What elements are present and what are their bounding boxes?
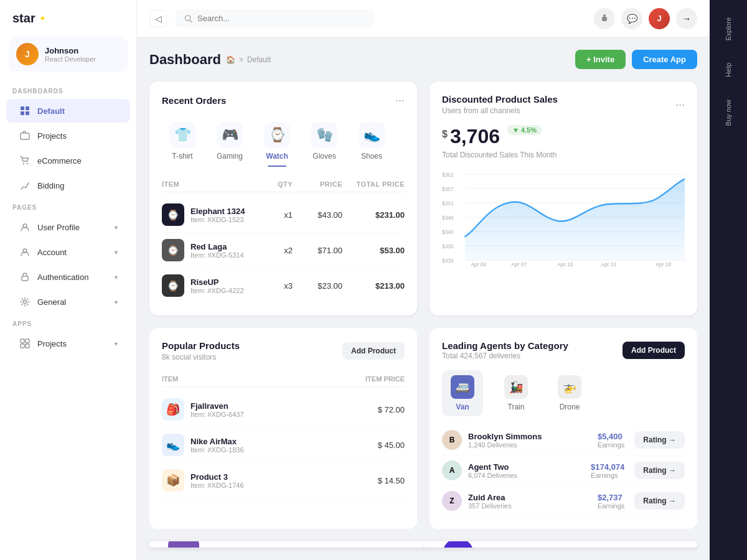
sidebar-item-general[interactable]: General ▾ [6,290,130,314]
product-name: Product 3 [190,472,244,482]
messages-icon[interactable]: 💬 [621,8,642,29]
order-info: Red Laga Item: #XDG-5314 [190,242,244,259]
agent-deliveries: 357 Deliveries [468,502,512,510]
forward-icon[interactable]: → [676,8,697,29]
rating-button[interactable]: Rating → [634,492,685,510]
cat-label: Gloves [312,152,336,161]
sidebar-item-authentication[interactable]: Authentication ▾ [6,265,130,289]
sales-card-header: Discounted Product Sales Users from all … [442,94,685,115]
buy-now-button[interactable]: Buy now [725,95,732,131]
apps-projects-icon [19,337,31,350]
sidebar-item-default[interactable]: Default [6,99,130,123]
sales-chart-svg: $362 $357 $351 $346 $340 $335 $330 Apr 0… [442,168,685,268]
recent-orders-title: Recent Orders [162,95,226,106]
notifications-icon[interactable] [594,8,615,29]
order-price: $71.00 [293,246,342,255]
svg-point-6 [27,163,28,164]
topbar-avatar[interactable]: J [649,8,670,29]
aspnet-title: ASP.NET Core 7 [484,545,597,548]
product-table-headers: ITEM ITEM PRICE [162,371,405,387]
sidebar-item-account[interactable]: Account ▾ [6,240,130,264]
explore-button[interactable]: Explore [725,12,732,45]
sidebar: star ✦ J Johnson React Developer DASHBOA… [0,0,137,560]
agents-title-section: Leading Agents by Category Total 424,567… [442,340,568,360]
leading-agents-card: Leading Agents by Category Total 424,567… [430,328,697,529]
sales-amount: $ 3,706 ▼ 4.5% [442,125,685,148]
sidebar-item-label: User Profile [37,223,80,232]
popular-products-card: Popular Products 8k social visitors Add … [149,328,417,529]
search-input[interactable] [197,14,366,23]
agent-earnings-section: $5,400 Earnings [598,432,624,449]
sidebar-item-projects[interactable]: Projects [6,124,130,147]
agent-tab-van[interactable]: 🚐 Van [442,370,483,416]
cat-label: Watch [266,152,288,161]
ecommerce-icon [19,154,31,167]
cat-tab-tshirt[interactable]: 👕 T-shirt [162,117,203,166]
agent-name: Zuid Area [468,493,512,502]
search-icon [184,14,192,23]
apps-section-label: APPS [0,314,136,331]
list-item: 👟 Nike AirMax Item: #XDG-1836 $ 45.00 [162,427,405,463]
help-button[interactable]: Help [725,58,732,82]
order-qty: x2 [255,246,293,255]
agent-tab-train[interactable]: 🚂 Train [496,370,537,416]
product-image: 📦 [162,469,184,492]
sales-chart: $362 $357 $351 $346 $340 $335 $330 Apr 0… [442,168,685,268]
sidebar-item-label: Projects [37,131,67,141]
cat-tab-shoes[interactable]: 👟 Shoes [351,117,392,166]
agent-avatar: Z [442,491,462,511]
order-image: ⌚ [162,239,184,261]
cat-tab-watch[interactable]: ⌚ Watch [256,117,298,166]
header-total: TOTAL PRICE [342,180,405,188]
add-product-button[interactable]: Add Product [342,342,405,360]
sidebar-item-user-profile[interactable]: User Profile ▾ [6,215,130,239]
order-info: RiseUP Item: #XDG-4222 [190,278,244,294]
cat-tab-gloves[interactable]: 🧤 Gloves [304,117,345,166]
dashboards-section-label: DASHBOARDS [0,82,136,98]
sidebar-item-ecommerce[interactable]: eCommerce [6,149,130,172]
recent-orders-more-button[interactable]: ··· [395,94,405,107]
gaming-icon: 🎮 [217,122,243,148]
train-icon: 🚂 [504,375,528,399]
create-app-button[interactable]: Create App [632,50,697,69]
sidebar-item-label: eCommerce [37,156,82,166]
agent-earnings: $5,400 [598,432,624,441]
agent-tab-drone[interactable]: 🚁 Drone [549,370,590,416]
search-bar [176,9,375,27]
product-header-price: ITEM PRICE [342,375,405,383]
svg-rect-11 [21,339,24,343]
svg-point-10 [24,301,27,304]
products-header: Popular Products 8k social visitors Add … [162,340,405,362]
bottom-row: Popular Products 8k social visitors Add … [149,328,697,529]
rating-button[interactable]: Rating → [634,431,685,449]
topbar-right: 💬 J → [594,8,697,29]
product-name: Fjallraven [190,401,244,411]
bootstrap-title: Bootstrap 5 [209,545,292,548]
sidebar-user-card[interactable]: J Johnson React Developer [9,37,128,72]
chevron-down-icon: ▾ [115,224,118,231]
order-qty: x1 [255,210,293,220]
home-icon: 🏠 [226,55,235,64]
rating-button[interactable]: Rating → [634,462,685,479]
sales-more-button[interactable]: ··· [675,98,685,111]
invite-button[interactable]: + Invite [575,50,626,69]
cat-tab-gaming[interactable]: 🎮 Gaming [209,117,250,166]
svg-text:Apr 13: Apr 13 [601,261,616,268]
product-image: 🎒 [162,398,184,421]
agent-name: Agent Two [468,462,517,472]
topbar: ◁ 💬 J → [137,0,710,37]
agent-tab-label: Train [508,403,525,411]
chevron-down-icon: ▾ [115,299,118,306]
product-id: Item: #XDG-1746 [190,482,244,489]
sidebar-item-bidding[interactable]: Bidding [6,174,130,197]
sidebar-item-label: Bidding [37,181,64,190]
svg-rect-4 [21,133,29,139]
collapse-sidebar-button[interactable]: ◁ [149,10,167,27]
order-item: ⌚ RiseUP Item: #XDG-4222 [162,274,255,297]
default-icon [19,105,31,117]
agent-stats: $5,400 Earnings Rating → [598,431,685,449]
sidebar-item-apps-projects[interactable]: Projects ▾ [6,332,130,355]
order-total: $53.00 [342,246,405,255]
agents-add-button[interactable]: Add Product [622,342,685,359]
bidding-icon [19,179,31,192]
